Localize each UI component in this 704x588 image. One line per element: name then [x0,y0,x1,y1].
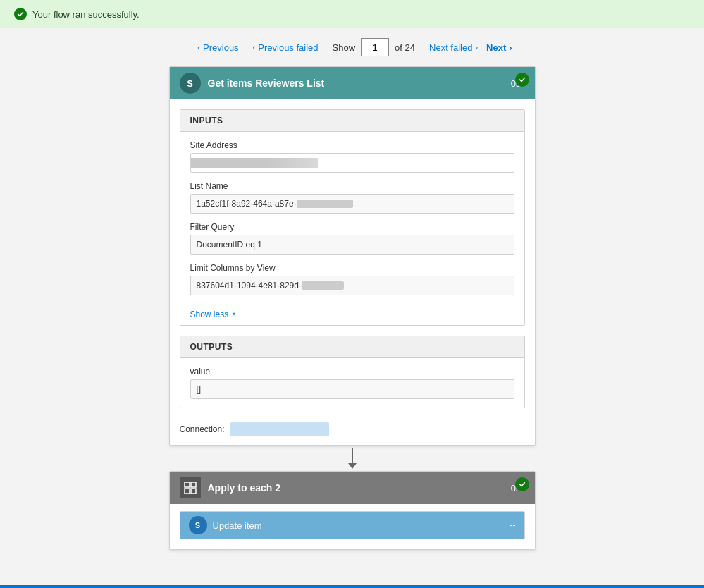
card-body: INPUTS Site Address List Name 1a52cf1f-8… [170,109,535,445]
previous-failed-button[interactable]: ‹ Previous failed [247,39,324,56]
site-address-value [190,153,514,173]
svg-rect-3 [191,489,196,494]
chevron-right-icon: › [509,42,512,53]
value-label: value [190,367,514,376]
avatar: S [180,73,201,94]
connection-row: Connection: [170,418,535,445]
apply-icon [180,477,201,498]
update-item-subcard: S Update item -- [180,511,525,539]
apply-header: Apply to each 2 0s [170,472,535,504]
subcard-title: Update item [213,520,510,531]
apply-to-each-card: Apply to each 2 0s S Update item -- [169,471,536,550]
filter-query-value: DocumentID eq 1 [190,235,514,255]
show-less-button[interactable]: Show less ∧ [180,304,524,325]
inputs-body: Site Address List Name 1a52cf1f-8a92-464… [180,132,524,304]
next-failed-label: Next failed [429,42,472,53]
site-address-label: Site Address [190,140,514,150]
limit-columns-value: 837604d1-1094-4e81-829d- [190,276,514,295]
success-banner: Your flow ran successfully. [0,0,704,28]
filter-query-field: Filter Query DocumentID eq 1 [190,222,514,255]
value-field: value [] [190,367,514,399]
total-pages: of 24 [395,42,415,53]
success-check-icon [515,73,529,87]
value-content: [] [190,379,514,399]
next-button[interactable]: Next › [486,42,512,53]
chevron-left-icon: ‹ [197,43,200,51]
main-content: S Get items Reviewers List 0s INPUTS Sit… [0,66,704,564]
card-title: Get items Reviewers List [208,78,511,89]
inputs-section: INPUTS Site Address List Name 1a52cf1f-8… [180,109,525,326]
list-name-label: List Name [190,181,514,191]
apply-success-check-icon [515,477,529,491]
show-label: Show [333,42,356,53]
apply-body: S Update item -- [170,504,535,549]
success-message: Your flow ran successfully. [32,9,140,20]
svg-rect-2 [185,489,190,494]
arrow-stem [352,448,353,463]
bottom-bar [0,585,704,588]
get-items-card: S Get items Reviewers List 0s INPUTS Sit… [169,66,536,446]
inputs-header: INPUTS [180,110,524,132]
apply-title: Apply to each 2 [208,482,511,494]
navigation-bar: ‹ Previous ‹ Previous failed Show 1 of 2… [0,28,704,66]
next-failed-button[interactable]: Next failed › [424,39,483,56]
success-icon [14,8,27,20]
avatar-initials: S [187,78,193,89]
next-label: Next [486,42,506,53]
subcard-avatar: S [189,516,207,534]
outputs-body: value [] [180,358,524,408]
arrow-connector [348,446,357,471]
show-less-label: Show less [190,310,229,319]
arrow-head [348,463,357,469]
chevron-right-icon: › [475,43,478,51]
chevron-left-icon: ‹ [253,43,256,51]
previous-failed-label: Previous failed [258,42,318,53]
connection-label: Connection: [180,424,225,434]
limit-columns-field: Limit Columns by View 837604d1-1094-4e81… [190,263,514,295]
list-name-value: 1a52cf1f-8a92-464a-a87e- [190,194,514,214]
chevron-up-icon: ∧ [231,310,237,319]
svg-rect-1 [191,482,196,487]
site-address-field: Site Address [190,140,514,173]
subcard-header: S Update item -- [180,512,524,539]
limit-columns-label: Limit Columns by View [190,263,514,273]
previous-label: Previous [203,42,239,53]
arrow-line [348,448,357,469]
previous-button[interactable]: ‹ Previous [192,39,244,56]
subcard-avatar-initials: S [195,521,200,529]
connection-value [230,422,329,436]
svg-rect-0 [185,482,190,487]
subcard-duration: -- [510,520,516,530]
page-number-input[interactable]: 1 [361,38,389,56]
outputs-header: OUTPUTS [180,336,524,358]
outputs-section: OUTPUTS value [] [180,336,525,408]
filter-query-label: Filter Query [190,222,514,232]
card-header: S Get items Reviewers List 0s [170,67,535,99]
list-name-field: List Name 1a52cf1f-8a92-464a-a87e- [190,181,514,214]
